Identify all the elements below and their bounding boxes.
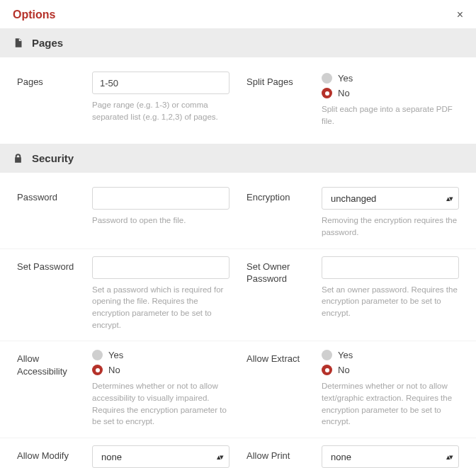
set-owner-password-hint: Set an owner password. Requires the encr… — [322, 284, 459, 319]
allow-extract-label: Allow Extract — [246, 348, 314, 428]
pages-hint: Page range (e.g. 1-3) or comma separated… — [92, 99, 230, 122]
set-password-label: Set Password — [17, 256, 85, 331]
split-pages-yes[interactable]: Yes — [322, 73, 459, 84]
section-body-pages: Pages Page range (e.g. 1-3) or comma sep… — [0, 57, 476, 144]
allow-print-label: Allow Print — [246, 445, 314, 468]
radio-icon — [92, 350, 103, 360]
section-header-pages: Pages — [0, 28, 476, 57]
page-icon — [13, 38, 23, 48]
section-title: Pages — [32, 37, 63, 49]
encryption-label: Encryption — [246, 187, 314, 238]
password-input[interactable] — [92, 187, 230, 210]
dialog-header: Options × — [0, 0, 476, 28]
lock-icon — [13, 153, 23, 164]
password-label: Password — [17, 187, 85, 238]
set-password-hint: Set a password which is required for ope… — [92, 284, 230, 331]
section-header-security: Security — [0, 144, 476, 173]
split-pages-hint: Split each page into a separate PDF file… — [322, 103, 459, 127]
radio-icon — [322, 73, 332, 84]
allow-accessibility-no[interactable]: No — [92, 365, 230, 375]
allow-extract-hint: Determines whether or not to allow text/… — [322, 380, 459, 428]
radio-icon — [322, 88, 332, 98]
set-password-input[interactable] — [92, 256, 230, 279]
allow-extract-yes[interactable]: Yes — [322, 350, 459, 360]
allow-modify-select[interactable]: none — [92, 445, 230, 468]
set-owner-password-label: Set Owner Password — [246, 256, 314, 331]
section-body-security: Password Password to open the file. Encr… — [0, 173, 476, 468]
allow-accessibility-radio-group: Yes No — [92, 348, 230, 375]
radio-icon — [322, 350, 332, 360]
password-hint: Password to open the file. — [92, 215, 230, 227]
allow-accessibility-hint: Determines whether or not to allow acces… — [92, 380, 230, 428]
radio-icon — [92, 365, 103, 375]
encryption-select[interactable]: unchanged — [322, 187, 459, 210]
dialog-title: Options — [13, 8, 55, 21]
allow-extract-no[interactable]: No — [322, 365, 459, 375]
split-pages-radio-group: Yes No — [322, 72, 459, 98]
pages-input[interactable] — [92, 72, 230, 94]
section-title: Security — [32, 152, 74, 164]
allow-modify-label: Allow Modify — [17, 445, 85, 468]
allow-extract-radio-group: Yes No — [322, 348, 459, 375]
radio-icon — [322, 365, 332, 375]
allow-print-select[interactable]: none — [322, 445, 459, 468]
split-pages-no[interactable]: No — [322, 88, 459, 98]
close-icon[interactable]: × — [457, 9, 463, 21]
pages-label: Pages — [17, 72, 85, 127]
split-pages-label: Split Pages — [246, 72, 314, 127]
allow-accessibility-label: Allow Accessibility — [17, 348, 85, 428]
options-dialog: Options × Pages Pages Page range (e.g. 1… — [0, 0, 476, 468]
encryption-hint: Removing the encryption requires the pas… — [322, 215, 459, 238]
set-owner-password-input[interactable] — [322, 256, 459, 279]
allow-accessibility-yes[interactable]: Yes — [92, 350, 230, 360]
